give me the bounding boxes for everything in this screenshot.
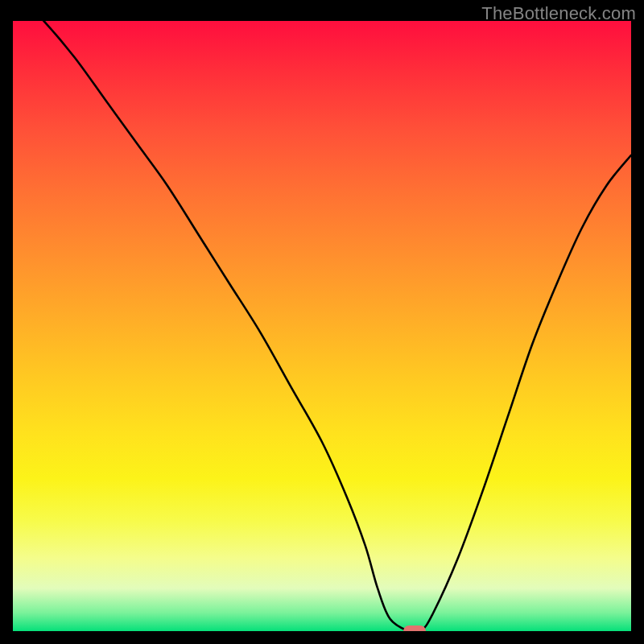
chart-frame: TheBottleneck.com: [0, 0, 644, 644]
watermark-text: TheBottleneck.com: [481, 3, 636, 24]
bottleneck-curve: [13, 21, 631, 631]
plot-area: [13, 21, 631, 631]
optimal-marker: [403, 625, 426, 631]
